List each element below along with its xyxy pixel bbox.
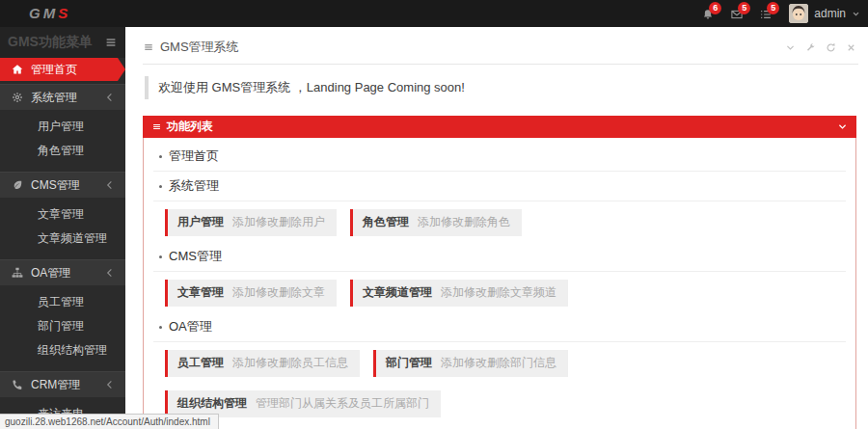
badge-count: 6: [709, 2, 721, 14]
phone-icon: [12, 379, 23, 390]
sidebar-group[interactable]: CRM管理: [0, 371, 125, 397]
topbar-right: 655 admin: [702, 0, 860, 27]
logo-text-gray: GM: [29, 5, 58, 21]
bell-button[interactable]: 6: [702, 7, 714, 20]
sidebar-group[interactable]: 系统管理: [0, 84, 125, 110]
sidebar-group-label: CMS管理: [31, 177, 80, 194]
feature-desc: 添加修改删除员工信息: [232, 356, 348, 369]
sidebar: GMS功能菜单 管理首页系统管理用户管理角色管理CMS管理文章管理文章频道管理O…: [0, 27, 125, 415]
sidebar-subitem[interactable]: 组织结构管理: [0, 338, 125, 362]
user-name: admin: [814, 7, 846, 20]
badge-count: 5: [767, 2, 779, 14]
feature-name: 文章管理: [177, 285, 224, 299]
main-content: GMS管理系统 欢迎使用 GMS管理系统 ，Landing Page Comin…: [125, 27, 868, 429]
section-title: CRM管理: [153, 423, 846, 429]
feature-name: 部门管理: [386, 356, 432, 369]
feature-name: 用户管理: [177, 215, 224, 228]
feature-name: 组织结构管理: [177, 396, 247, 410]
feature-button[interactable]: 角色管理添加修改删除角色: [350, 209, 522, 236]
feature-desc: 添加修改删除文章: [232, 285, 325, 299]
avatar: [789, 4, 808, 23]
bullet-icon: [159, 326, 162, 329]
feature-button-row: 用户管理添加修改删除用户角色管理添加修改删除角色: [153, 201, 846, 242]
sidebar-group[interactable]: CMS管理: [0, 172, 125, 198]
tasks-button[interactable]: 5: [760, 7, 772, 20]
bullet-icon: [159, 185, 162, 188]
hamburger-icon[interactable]: [104, 36, 118, 49]
sidebar-group-label: OA管理: [31, 265, 70, 282]
feature-desc: 管理部门从属关系及员工所属部门: [256, 396, 429, 410]
feature-name: 文章频道管理: [363, 285, 432, 299]
app-logo[interactable]: GMS: [29, 5, 70, 22]
chevron-left-icon: [104, 267, 116, 279]
sidebar-item-label: 管理首页: [31, 58, 77, 81]
sidebar-group-label: CRM管理: [31, 377, 80, 393]
feature-name: 角色管理: [363, 215, 409, 228]
sidebar-submenu: 用户管理角色管理: [0, 110, 125, 169]
welcome-message: 欢迎使用 GMS管理系统 ，Landing Page Coming soon!: [145, 76, 858, 99]
sidebar-submenu: 文章管理文章频道管理: [0, 198, 125, 256]
chevron-down-icon: [852, 10, 860, 18]
sidebar-group[interactable]: OA管理: [0, 259, 125, 285]
sidebar-subitem[interactable]: 文章管理: [0, 202, 125, 227]
section-title: 管理首页: [153, 142, 846, 172]
home-icon: [12, 64, 23, 75]
panel-body: 管理首页系统管理用户管理添加修改删除用户角色管理添加修改删除角色CMS管理文章管…: [143, 138, 856, 429]
collapse-icon[interactable]: [785, 42, 796, 53]
topbar: GMS 655 admin: [0, 0, 868, 27]
feature-button-row: 员工管理添加修改删除员工信息部门管理添加修改删除部门信息组织结构管理管理部门从属…: [153, 342, 846, 423]
bullet-icon: [159, 255, 162, 258]
wrench-icon[interactable]: [805, 42, 816, 53]
feature-desc: 添加修改删除角色: [418, 215, 510, 228]
page-header: GMS管理系统: [143, 37, 858, 65]
feature-button-row: 文章管理添加修改删除文章文章频道管理添加修改删除文章频道: [153, 272, 846, 312]
feature-desc: 添加修改删除部门信息: [441, 356, 556, 369]
section-title-label: 系统管理: [169, 177, 219, 195]
leaf-icon: [12, 179, 23, 191]
status-url: guozili.28.web1268.net/Account/Auth/inde…: [0, 414, 219, 429]
feature-button[interactable]: 用户管理添加修改删除用户: [165, 209, 337, 236]
page-header-tools: [785, 42, 856, 53]
feature-panel: 功能列表 管理首页系统管理用户管理添加修改删除用户角色管理添加修改删除角色CMS…: [143, 116, 856, 429]
feature-button[interactable]: 部门管理添加修改删除部门信息: [373, 350, 568, 377]
sidebar-subitem[interactable]: 角色管理: [0, 139, 125, 163]
sidebar-menu: 管理首页系统管理用户管理角色管理CMS管理文章管理文章频道管理OA管理员工管理部…: [0, 58, 125, 429]
reorder-icon: [151, 121, 162, 132]
notification-area: 655: [702, 7, 772, 20]
sidebar-group-label: 系统管理: [31, 90, 77, 106]
chevron-left-icon: [104, 92, 116, 103]
feature-desc: 添加修改删除文章频道: [441, 285, 556, 299]
section-title: 系统管理: [153, 172, 846, 201]
badge-count: 5: [738, 2, 750, 14]
feature-button[interactable]: 员工管理添加修改删除员工信息: [165, 350, 360, 377]
sidebar-subitem[interactable]: 文章频道管理: [0, 227, 125, 251]
chevron-left-icon: [104, 379, 116, 390]
envelope-button[interactable]: 5: [731, 7, 743, 20]
panel-header: 功能列表: [143, 116, 856, 138]
sidebar-header: GMS功能菜单: [0, 27, 125, 58]
bullet-icon: [159, 155, 162, 158]
sidebar-title: GMS功能菜单: [8, 34, 93, 51]
sidebar-submenu: 员工管理部门管理组织结构管理: [0, 285, 125, 368]
section-title: OA管理: [153, 312, 846, 342]
refresh-icon[interactable]: [826, 42, 836, 53]
feature-button[interactable]: 文章频道管理添加修改删除文章频道: [350, 280, 568, 307]
logo-text-red: S: [58, 5, 70, 21]
gear-icon: [12, 92, 23, 103]
close-icon[interactable]: [846, 42, 856, 53]
section-title-label: 管理首页: [169, 147, 219, 165]
sitemap-icon: [12, 267, 23, 279]
section-title: CMS管理: [153, 242, 846, 272]
sidebar-subitem[interactable]: 用户管理: [0, 115, 125, 139]
chevron-left-icon: [104, 179, 116, 191]
chevron-down-icon[interactable]: [837, 121, 848, 132]
sidebar-subitem[interactable]: 员工管理: [0, 290, 125, 314]
section-title-label: CMS管理: [169, 248, 222, 265]
panel-title: 功能列表: [167, 119, 213, 135]
page-title: GMS管理系统: [160, 39, 239, 56]
user-menu[interactable]: admin: [789, 4, 860, 23]
sidebar-subitem[interactable]: 部门管理: [0, 314, 125, 338]
reorder-icon: [143, 41, 154, 53]
sidebar-item-active[interactable]: 管理首页: [0, 58, 118, 81]
feature-button[interactable]: 文章管理添加修改删除文章: [165, 280, 337, 307]
